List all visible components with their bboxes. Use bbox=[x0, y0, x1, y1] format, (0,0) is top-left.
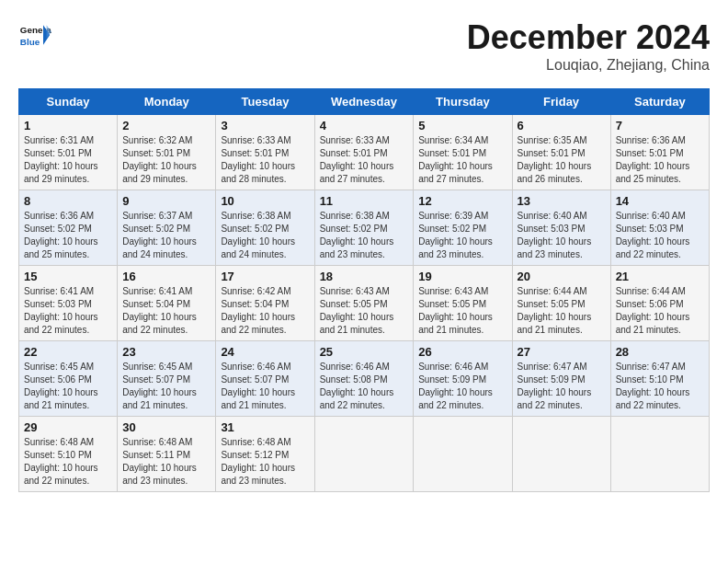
day-info: Sunrise: 6:46 AM Sunset: 5:08 PM Dayligh… bbox=[320, 361, 409, 412]
day-number: 12 bbox=[418, 194, 506, 208]
day-number: 15 bbox=[24, 270, 112, 283]
day-number: 11 bbox=[320, 194, 409, 208]
header-thursday: Thursday bbox=[414, 89, 512, 115]
day-number: 26 bbox=[418, 345, 506, 359]
calendar-week-4: 22Sunrise: 6:45 AM Sunset: 5:06 PM Dayli… bbox=[19, 341, 710, 417]
day-number: 25 bbox=[320, 345, 409, 359]
day-info: Sunrise: 6:45 AM Sunset: 5:06 PM Dayligh… bbox=[24, 361, 112, 412]
day-info: Sunrise: 6:48 AM Sunset: 5:11 PM Dayligh… bbox=[122, 436, 210, 488]
header-wednesday: Wednesday bbox=[314, 89, 414, 115]
day-info: Sunrise: 6:34 AM Sunset: 5:01 PM Dayligh… bbox=[418, 134, 506, 186]
calendar-cell: 18Sunrise: 6:43 AM Sunset: 5:05 PM Dayli… bbox=[314, 266, 414, 341]
day-number: 8 bbox=[24, 194, 112, 208]
calendar-cell: 22Sunrise: 6:45 AM Sunset: 5:06 PM Dayli… bbox=[19, 341, 118, 417]
day-info: Sunrise: 6:47 AM Sunset: 5:09 PM Dayligh… bbox=[518, 361, 606, 412]
calendar-cell: 13Sunrise: 6:40 AM Sunset: 5:03 PM Dayli… bbox=[512, 190, 610, 266]
logo-icon: General Blue bbox=[18, 18, 51, 52]
calendar-cell: 14Sunrise: 6:40 AM Sunset: 5:03 PM Dayli… bbox=[610, 190, 709, 266]
calendar-cell: 7Sunrise: 6:36 AM Sunset: 5:01 PM Daylig… bbox=[610, 115, 709, 190]
calendar-cell: 28Sunrise: 6:47 AM Sunset: 5:10 PM Dayli… bbox=[610, 341, 709, 417]
day-number: 24 bbox=[221, 345, 309, 359]
calendar-cell bbox=[314, 417, 414, 492]
day-info: Sunrise: 6:40 AM Sunset: 5:03 PM Dayligh… bbox=[616, 210, 704, 261]
day-info: Sunrise: 6:39 AM Sunset: 5:02 PM Dayligh… bbox=[418, 210, 506, 261]
calendar-cell bbox=[414, 417, 512, 492]
day-number: 23 bbox=[122, 345, 210, 359]
day-info: Sunrise: 6:41 AM Sunset: 5:04 PM Dayligh… bbox=[122, 285, 210, 337]
day-number: 20 bbox=[518, 270, 606, 283]
calendar-title: December 2024 bbox=[467, 18, 710, 57]
calendar-cell: 16Sunrise: 6:41 AM Sunset: 5:04 PM Dayli… bbox=[118, 266, 216, 341]
page-header: General Blue December 2024 Louqiao, Zhej… bbox=[18, 18, 710, 74]
header-row: SundayMondayTuesdayWednesdayThursdayFrid… bbox=[19, 89, 710, 115]
day-number: 14 bbox=[616, 194, 704, 208]
calendar-cell bbox=[512, 417, 610, 492]
header-saturday: Saturday bbox=[610, 89, 709, 115]
day-number: 22 bbox=[24, 345, 112, 359]
day-number: 9 bbox=[122, 194, 210, 208]
day-number: 4 bbox=[320, 119, 409, 132]
calendar-week-5: 29Sunrise: 6:48 AM Sunset: 5:10 PM Dayli… bbox=[19, 417, 710, 492]
day-info: Sunrise: 6:32 AM Sunset: 5:01 PM Dayligh… bbox=[122, 134, 210, 186]
calendar-week-3: 15Sunrise: 6:41 AM Sunset: 5:03 PM Dayli… bbox=[19, 266, 710, 341]
day-info: Sunrise: 6:33 AM Sunset: 5:01 PM Dayligh… bbox=[221, 134, 309, 186]
day-number: 16 bbox=[122, 270, 210, 283]
day-number: 27 bbox=[518, 345, 606, 359]
day-info: Sunrise: 6:36 AM Sunset: 5:01 PM Dayligh… bbox=[616, 134, 704, 186]
day-info: Sunrise: 6:33 AM Sunset: 5:01 PM Dayligh… bbox=[320, 134, 409, 186]
day-number: 29 bbox=[24, 420, 112, 434]
day-number: 3 bbox=[221, 119, 309, 132]
calendar-cell: 6Sunrise: 6:35 AM Sunset: 5:01 PM Daylig… bbox=[512, 115, 610, 190]
header-sunday: Sunday bbox=[19, 89, 118, 115]
day-number: 5 bbox=[418, 119, 506, 132]
calendar-cell: 12Sunrise: 6:39 AM Sunset: 5:02 PM Dayli… bbox=[414, 190, 512, 266]
calendar-week-2: 8Sunrise: 6:36 AM Sunset: 5:02 PM Daylig… bbox=[19, 190, 710, 266]
day-number: 10 bbox=[221, 194, 309, 208]
header-tuesday: Tuesday bbox=[216, 89, 314, 115]
calendar-cell: 20Sunrise: 6:44 AM Sunset: 5:05 PM Dayli… bbox=[512, 266, 610, 341]
day-info: Sunrise: 6:41 AM Sunset: 5:03 PM Dayligh… bbox=[24, 285, 112, 337]
calendar-body: 1Sunrise: 6:31 AM Sunset: 5:01 PM Daylig… bbox=[19, 115, 710, 492]
day-number: 19 bbox=[418, 270, 506, 283]
day-info: Sunrise: 6:48 AM Sunset: 5:10 PM Dayligh… bbox=[24, 436, 112, 488]
day-number: 13 bbox=[518, 194, 606, 208]
calendar-cell: 31Sunrise: 6:48 AM Sunset: 5:12 PM Dayli… bbox=[216, 417, 314, 492]
day-number: 21 bbox=[616, 270, 704, 283]
calendar-cell: 25Sunrise: 6:46 AM Sunset: 5:08 PM Dayli… bbox=[314, 341, 414, 417]
calendar-cell: 19Sunrise: 6:43 AM Sunset: 5:05 PM Dayli… bbox=[414, 266, 512, 341]
calendar-cell: 30Sunrise: 6:48 AM Sunset: 5:11 PM Dayli… bbox=[118, 417, 216, 492]
calendar-cell: 26Sunrise: 6:46 AM Sunset: 5:09 PM Dayli… bbox=[414, 341, 512, 417]
day-info: Sunrise: 6:48 AM Sunset: 5:12 PM Dayligh… bbox=[221, 436, 309, 488]
calendar-cell bbox=[610, 417, 709, 492]
logo: General Blue bbox=[18, 18, 51, 52]
calendar-cell: 9Sunrise: 6:37 AM Sunset: 5:02 PM Daylig… bbox=[118, 190, 216, 266]
day-number: 28 bbox=[616, 345, 704, 359]
header-monday: Monday bbox=[118, 89, 216, 115]
calendar-cell: 2Sunrise: 6:32 AM Sunset: 5:01 PM Daylig… bbox=[118, 115, 216, 190]
day-number: 6 bbox=[518, 119, 606, 132]
day-info: Sunrise: 6:38 AM Sunset: 5:02 PM Dayligh… bbox=[221, 210, 309, 261]
day-info: Sunrise: 6:43 AM Sunset: 5:05 PM Dayligh… bbox=[418, 285, 506, 337]
day-info: Sunrise: 6:47 AM Sunset: 5:10 PM Dayligh… bbox=[616, 361, 704, 412]
day-info: Sunrise: 6:36 AM Sunset: 5:02 PM Dayligh… bbox=[24, 210, 112, 261]
day-number: 30 bbox=[122, 420, 210, 434]
calendar-cell: 15Sunrise: 6:41 AM Sunset: 5:03 PM Dayli… bbox=[19, 266, 118, 341]
calendar-cell: 24Sunrise: 6:46 AM Sunset: 5:07 PM Dayli… bbox=[216, 341, 314, 417]
title-block: December 2024 Louqiao, Zhejiang, China bbox=[467, 18, 710, 74]
calendar-header: SundayMondayTuesdayWednesdayThursdayFrid… bbox=[19, 89, 710, 115]
day-info: Sunrise: 6:40 AM Sunset: 5:03 PM Dayligh… bbox=[518, 210, 606, 261]
calendar-week-1: 1Sunrise: 6:31 AM Sunset: 5:01 PM Daylig… bbox=[19, 115, 710, 190]
calendar-cell: 21Sunrise: 6:44 AM Sunset: 5:06 PM Dayli… bbox=[610, 266, 709, 341]
day-number: 18 bbox=[320, 270, 409, 283]
calendar-cell: 11Sunrise: 6:38 AM Sunset: 5:02 PM Dayli… bbox=[314, 190, 414, 266]
calendar-cell: 5Sunrise: 6:34 AM Sunset: 5:01 PM Daylig… bbox=[414, 115, 512, 190]
day-number: 2 bbox=[122, 119, 210, 132]
day-info: Sunrise: 6:31 AM Sunset: 5:01 PM Dayligh… bbox=[24, 134, 112, 186]
day-number: 31 bbox=[221, 420, 309, 434]
calendar-cell: 4Sunrise: 6:33 AM Sunset: 5:01 PM Daylig… bbox=[314, 115, 414, 190]
day-info: Sunrise: 6:37 AM Sunset: 5:02 PM Dayligh… bbox=[122, 210, 210, 261]
day-number: 7 bbox=[616, 119, 704, 132]
day-number: 17 bbox=[221, 270, 309, 283]
calendar-cell: 29Sunrise: 6:48 AM Sunset: 5:10 PM Dayli… bbox=[19, 417, 118, 492]
calendar-cell: 17Sunrise: 6:42 AM Sunset: 5:04 PM Dayli… bbox=[216, 266, 314, 341]
